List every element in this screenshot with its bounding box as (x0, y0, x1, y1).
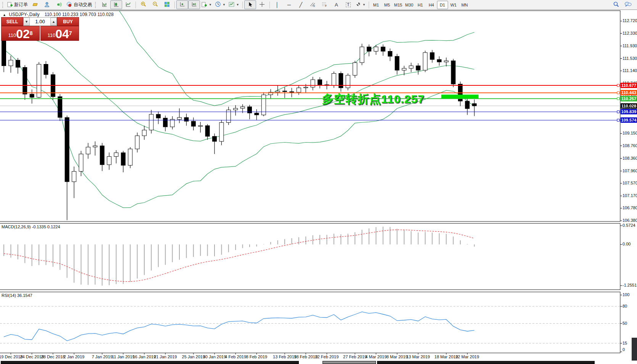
profiles-button[interactable] (29, 0, 41, 9)
trendline-icon: ╱ (299, 2, 302, 7)
search-button[interactable] (610, 0, 622, 9)
templates-button[interactable]: ▼ (227, 0, 241, 9)
chat-icon (624, 1, 632, 8)
toolbar-grip (2, 2, 4, 8)
signal-icon (56, 2, 62, 8)
auto-trading-icon (66, 2, 73, 8)
timeframe-m15[interactable]: M15 (393, 1, 404, 9)
background-window-edge (377, 361, 595, 364)
timeframe-toolbar: M1M5M15M30H1H4D1W1MN (371, 1, 470, 9)
sell-price[interactable]: 110 02 8 (1, 26, 40, 41)
autoscroll-icon (179, 2, 185, 8)
toolbar-grip (95, 2, 97, 8)
symbol-name: USDJPY-,Daily (9, 12, 39, 17)
trendline-button[interactable]: ╱ (295, 0, 307, 9)
line-chart-icon (125, 2, 131, 8)
timeframe-w1[interactable]: W1 (448, 1, 459, 9)
indicators-icon (202, 2, 207, 8)
buy-price-small: 110 (47, 31, 55, 40)
accounts-button[interactable] (41, 0, 53, 9)
mt4-window: 新订单 自动交易 ▼ ▼ ▼ │ ─ ╱ E F A T ▼ (0, 0, 637, 364)
background-windows-strip (0, 361, 637, 364)
clock-icon (215, 1, 221, 8)
indicators-button[interactable]: ▼ (200, 0, 213, 9)
sell-price-big: 02 (16, 28, 30, 40)
separator (174, 2, 175, 8)
chart-plot[interactable] (0, 0, 637, 364)
new-order-button[interactable]: 新订单 (6, 0, 29, 9)
chevron-down-icon: ▼ (236, 3, 239, 6)
buy-price[interactable]: 110 04 7 (40, 26, 79, 41)
bar-chart-icon (102, 2, 107, 8)
zoom-out-icon (152, 1, 158, 8)
collapse-icon[interactable]: ▲ (3, 13, 6, 17)
bar-chart-button[interactable] (98, 0, 110, 9)
chart-shift-icon (191, 2, 197, 8)
vertical-line-icon: │ (276, 2, 279, 7)
sell-price-sup: 8 (30, 26, 33, 40)
buy-price-sup: 7 (69, 26, 72, 40)
search-icon (613, 1, 619, 9)
timeframe-h4[interactable]: H4 (426, 1, 437, 9)
separator (369, 2, 369, 8)
channel-icon: E (310, 2, 316, 8)
chart-shift-button[interactable] (188, 0, 200, 9)
zoom-in-button[interactable] (137, 0, 149, 9)
one-click-trading-panel: SELL ▼ ▲ BUY 110 02 8 110 04 7 (1, 17, 79, 41)
cursor-button[interactable] (244, 0, 256, 9)
horizontal-line-button[interactable]: ─ (283, 0, 295, 9)
crosshair-button[interactable] (256, 0, 268, 9)
separator (269, 2, 270, 8)
separator (242, 2, 243, 8)
horizontal-line-icon: ─ (287, 2, 291, 7)
macd-label: MACD(12,26,9) -0.1335 0.1224 (2, 224, 60, 229)
candlestick-button[interactable] (110, 0, 122, 9)
rsi-label: RSI(14) 36.1547 (2, 293, 32, 298)
background-widget (632, 338, 637, 361)
vertical-line-button[interactable]: │ (271, 0, 283, 9)
volume-input[interactable] (30, 18, 50, 26)
channel-button[interactable]: E (307, 0, 319, 9)
zoom-in-icon (140, 1, 147, 8)
fibonacci-button[interactable]: F (319, 0, 331, 9)
timeframe-d1[interactable]: D1 (437, 1, 448, 9)
buy-button[interactable]: BUY (57, 17, 79, 26)
chevron-down-icon: ▼ (223, 3, 226, 6)
timeframe-m5[interactable]: M5 (382, 1, 393, 9)
buy-price-big: 04 (55, 28, 69, 40)
arrows-button[interactable]: ▼ (354, 0, 367, 9)
auto-trading-button[interactable]: 自动交易 (65, 0, 94, 9)
volume-increase-button[interactable]: ▲ (50, 18, 57, 26)
autoscroll-button[interactable] (176, 0, 188, 9)
chevron-down-icon: ▼ (209, 3, 212, 6)
tile-windows-button[interactable] (161, 0, 173, 9)
candlestick-icon (113, 2, 119, 8)
sell-price-small: 110 (8, 31, 16, 40)
tile-windows-icon (164, 2, 170, 8)
profiles-icon (32, 2, 39, 8)
template-icon (229, 2, 235, 8)
main-toolbar: 新订单 自动交易 ▼ ▼ ▼ │ ─ ╱ E F A T ▼ (0, 0, 637, 10)
chat-button[interactable] (622, 0, 634, 9)
person-icon (44, 2, 50, 8)
timeframe-m1[interactable]: M1 (371, 1, 382, 9)
timeframe-h1[interactable]: H1 (415, 1, 426, 9)
text-button[interactable]: A (331, 0, 342, 9)
chevron-down-icon: ▼ (363, 3, 366, 6)
volume-decrease-button[interactable]: ▼ (23, 18, 30, 26)
text-label-button[interactable]: T (342, 0, 354, 9)
background-window-edge (1, 361, 299, 364)
line-chart-button[interactable] (122, 0, 134, 9)
timeframe-m30[interactable]: M30 (404, 1, 415, 9)
ohlc-values: 110.100 110.233 109.703 110.028 (45, 12, 114, 17)
auto-trading-label: 自动交易 (74, 2, 92, 8)
fibonacci-icon: F (321, 2, 327, 8)
timeframe-mn[interactable]: MN (459, 1, 470, 9)
sell-button[interactable]: SELL (1, 17, 23, 26)
zoom-out-button[interactable] (149, 0, 161, 9)
periods-button[interactable]: ▼ (213, 0, 227, 9)
arrows-icon (356, 2, 361, 8)
background-window-edge (323, 361, 376, 364)
signals-button[interactable] (53, 0, 65, 9)
new-order-icon (7, 2, 13, 8)
